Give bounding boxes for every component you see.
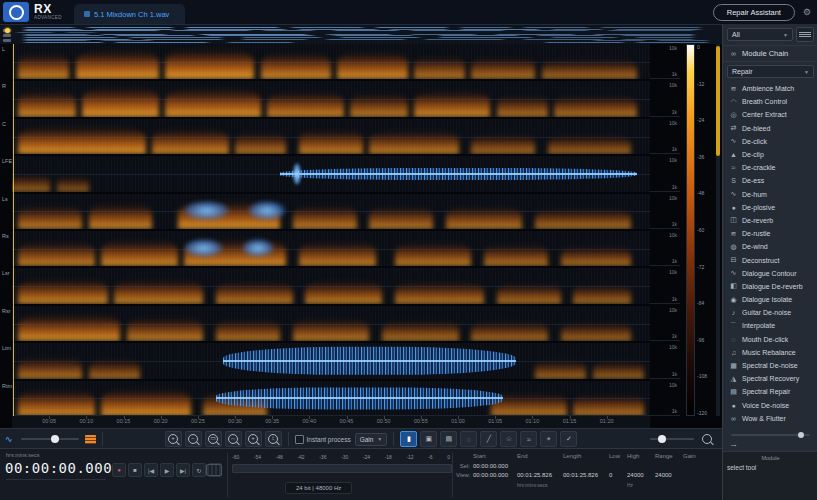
instant-process-label: Instant process [307,436,351,443]
time-frequency-selection-tool[interactable]: ▣ [420,431,437,447]
module-item-de-plosive[interactable]: ●De-plosive [723,201,817,214]
module-item-de-bleed[interactable]: ⇄De-bleed [723,122,817,135]
db-label: -12 [697,81,715,87]
record-button[interactable]: ● [112,463,126,477]
spectrogram-lane[interactable] [12,156,650,191]
play-button[interactable]: ▶ [160,463,174,477]
repair-assistant-button[interactable]: Repair Assistant [713,4,795,21]
module-item-de-reverb[interactable]: ◫De-reverb [723,214,817,227]
instant-process-checkbox[interactable] [295,435,304,444]
instant-process-module-select[interactable]: Gain▼ [355,433,388,446]
rewind-button[interactable]: |◀ [144,463,158,477]
zoom-slider-knob[interactable] [658,435,666,443]
module-item-deconstruct[interactable]: ⊟Deconstruct [723,253,817,266]
apply-check[interactable]: ✓ [560,431,577,447]
freq-label-bottom: 1k [672,221,677,227]
waveform-spectrogram-blend-slider[interactable] [21,438,79,440]
output-device-icon[interactable] [206,464,222,476]
zoom-fit-button[interactable]: ↔ [225,431,242,447]
time-format-label[interactable]: hrs:mins:secs [6,452,40,458]
collapse-arrow-icon[interactable]: → [723,438,817,451]
module-item-interpolate[interactable]: ⌒Interpolate [723,319,817,332]
module-item-de-wind[interactable]: ◍De-wind [723,240,817,253]
module-item-de-ess[interactable]: SDe-ess [723,174,817,187]
module-item-dialogue-isolate[interactable]: ◉Dialogue Isolate [723,293,817,306]
module-item-wow-flutter[interactable]: ∞Wow & Flutter [723,412,817,425]
waveform-view-icon[interactable]: ∿ [5,434,13,444]
time-selection-tool[interactable]: ▮ [400,431,417,447]
module-menu-icon[interactable] [796,27,814,42]
module-item-guitar-de-noise[interactable]: ♪Guitar De-noise [723,306,817,319]
zoom-freq-in-button[interactable]: + [245,431,262,447]
zoom-selection-button[interactable]: ▭ [205,431,222,447]
spectrogram-lane[interactable] [12,44,650,79]
frequency-selection-tool[interactable]: ▤ [440,431,457,447]
zoom-out-button[interactable]: − [185,431,202,447]
amplitude-tool[interactable]: ≈ [520,431,537,447]
spectrogram-lane[interactable] [12,268,650,303]
module-panel-title: Module [723,452,817,461]
module-item-de-crackle[interactable]: ≈De-crackle [723,161,817,174]
module-item-ambience-match[interactable]: ≋Ambience Match [723,82,817,95]
zoom-magnifier-icon[interactable] [702,434,712,444]
zoom-reset-button[interactable]: ↕ [265,431,282,447]
spectrogram-lane[interactable] [12,231,650,266]
time-ruler-label: 01:15 [563,418,577,424]
magic-wand-tool[interactable]: ☆ [500,431,517,447]
loop-button[interactable]: ↻ [192,463,206,477]
module-item-spectral-repair[interactable]: ▤Spectral Repair [723,385,817,398]
spectrogram-lane[interactable] [12,381,650,416]
lasso-tool[interactable]: ◌ [460,431,477,447]
module-item-de-rustle[interactable]: ≋De-rustle [723,227,817,240]
playhead-cursor[interactable] [13,44,14,416]
brush-tool[interactable]: ╱ [480,431,497,447]
module-item-breath-control[interactable]: ◠Breath Control [723,95,817,108]
spectrogram-lanes[interactable] [12,44,650,416]
module-item-spectral-recovery[interactable]: ◮Spectral Recovery [723,372,817,385]
horizontal-zoom-slider[interactable] [650,438,694,440]
marker-tool[interactable]: ⌖ [540,431,557,447]
module-item-de-hum[interactable]: ∿De-hum [723,188,817,201]
module-item-center-extract[interactable]: ◎Center Extract [723,108,817,121]
module-chain-item[interactable]: ∞ Module Chain [723,45,817,62]
module-item-dialogue-de-reverb[interactable]: ◧Dialogue De-reverb [723,280,817,293]
scrollbar-thumb[interactable] [716,46,720,156]
file-tab[interactable]: 5.1 Mixdown Ch 1.wav [74,4,185,24]
module-icon: ∿ [729,269,738,277]
module-label: De-clip [742,151,764,158]
module-filter-select[interactable]: All▼ [727,28,793,41]
spectrogram-lane[interactable] [12,119,650,154]
module-item-de-click[interactable]: ∿De-click [723,135,817,148]
preset-select[interactable]: Repair▼ [727,65,814,78]
module-item-spectral-de-noise[interactable]: ▦Spectral De-noise [723,359,817,372]
spectrogram-lane[interactable] [12,306,650,341]
module-icon: ⇄ [729,124,738,132]
overview-playhead-marker[interactable] [5,28,10,33]
meter-tick-label: -6 [428,454,432,460]
vertical-scrollbar[interactable] [716,44,720,416]
time-ruler[interactable]: 00:0500:1000:1500:2000:2500:3000:3500:40… [12,415,650,428]
time-ruler-label: 01:05 [488,418,502,424]
spectrogram-lane[interactable] [12,81,650,116]
waveform-overview[interactable] [0,24,722,46]
module-item-music-rebalance[interactable]: ♫Music Rebalance [723,346,817,359]
channel-label: Rs [0,231,12,266]
module-icon: ≋ [729,85,738,93]
module-item-de-clip[interactable]: ▲De-clip [723,148,817,161]
blend-slider-knob[interactable] [51,435,59,443]
sidebar-slider-knob[interactable] [798,432,804,438]
timecode-display[interactable]: 00:00:00.000 [5,460,112,476]
module-item-mouth-de-click[interactable]: ◌Mouth De-click [723,333,817,346]
stop-button[interactable]: ■ [128,463,142,477]
freq-label-top: 10k [669,157,677,163]
forward-button[interactable]: ▶| [176,463,190,477]
spectrogram-lane[interactable] [12,194,650,229]
spectrogram-lane[interactable] [12,343,650,378]
module-item-voice-de-noise[interactable]: ●Voice De-noise [723,399,817,412]
spectrogram-view-icon[interactable] [85,435,96,444]
zoom-in-button[interactable]: + [165,431,182,447]
sidebar-slider[interactable] [731,434,810,436]
amplitude-colorbar [686,44,695,416]
module-item-dialogue-contour[interactable]: ∿Dialogue Contour [723,267,817,280]
settings-gear-icon[interactable]: ⚙ [803,7,811,17]
